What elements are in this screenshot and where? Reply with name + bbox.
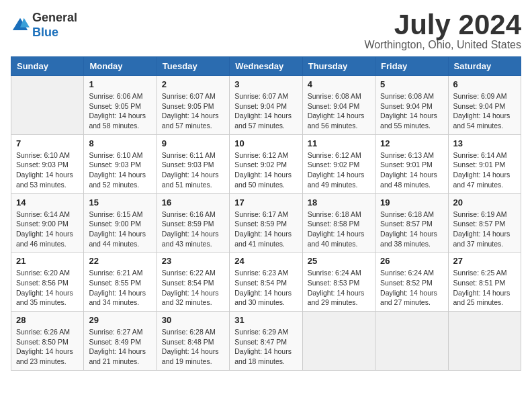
day-cell: 11Sunrise: 6:12 AMSunset: 9:02 PMDayligh… <box>302 134 375 193</box>
day-cell <box>302 312 375 371</box>
day-number: 17 <box>234 197 297 208</box>
day-number: 20 <box>453 197 516 208</box>
day-info: Sunrise: 6:21 AMSunset: 8:55 PMDaylight:… <box>89 268 151 308</box>
calendar-table: SundayMondayTuesdayWednesdayThursdayFrid… <box>11 56 521 371</box>
location-title: Worthington, Ohio, United States <box>364 39 521 51</box>
header-day-thursday: Thursday <box>302 57 375 76</box>
day-info: Sunrise: 6:26 AMSunset: 8:50 PMDaylight:… <box>16 327 79 367</box>
day-info: Sunrise: 6:10 AMSunset: 9:03 PMDaylight:… <box>89 150 151 190</box>
day-number: 27 <box>453 256 516 266</box>
day-cell <box>375 312 448 371</box>
day-info: Sunrise: 6:13 AMSunset: 9:01 PMDaylight:… <box>380 150 443 190</box>
day-info: Sunrise: 6:08 AMSunset: 9:04 PMDaylight:… <box>308 91 370 131</box>
day-info: Sunrise: 6:12 AMSunset: 9:02 PMDaylight:… <box>308 150 370 190</box>
week-row-1: 1Sunrise: 6:06 AMSunset: 9:05 PMDaylight… <box>11 76 521 135</box>
day-info: Sunrise: 6:14 AMSunset: 9:01 PMDaylight:… <box>453 150 516 190</box>
day-cell: 9Sunrise: 6:11 AMSunset: 9:03 PMDaylight… <box>157 134 229 193</box>
day-number: 25 <box>308 256 370 266</box>
day-cell: 29Sunrise: 6:27 AMSunset: 8:49 PMDayligh… <box>84 312 157 371</box>
header-day-friday: Friday <box>375 57 448 76</box>
day-number: 29 <box>89 315 151 325</box>
calendar-body: 1Sunrise: 6:06 AMSunset: 9:05 PMDaylight… <box>11 76 521 371</box>
day-number: 5 <box>380 79 443 89</box>
day-cell: 23Sunrise: 6:22 AMSunset: 8:54 PMDayligh… <box>157 253 229 312</box>
day-cell <box>11 76 84 135</box>
day-number: 31 <box>234 315 297 325</box>
day-number: 23 <box>162 256 224 266</box>
day-number: 30 <box>162 315 224 325</box>
day-number: 14 <box>16 197 79 208</box>
day-info: Sunrise: 6:07 AMSunset: 9:04 PMDaylight:… <box>234 91 297 131</box>
day-cell: 21Sunrise: 6:20 AMSunset: 8:56 PMDayligh… <box>11 253 84 312</box>
header-day-tuesday: Tuesday <box>157 57 229 76</box>
header-day-sunday: Sunday <box>11 57 84 76</box>
day-number: 16 <box>162 197 224 208</box>
day-number: 13 <box>453 138 516 148</box>
day-cell: 26Sunrise: 6:24 AMSunset: 8:52 PMDayligh… <box>375 253 448 312</box>
day-info: Sunrise: 6:27 AMSunset: 8:49 PMDaylight:… <box>89 327 151 367</box>
day-cell: 7Sunrise: 6:10 AMSunset: 9:03 PMDaylight… <box>11 134 84 193</box>
day-number: 12 <box>380 138 443 148</box>
day-info: Sunrise: 6:22 AMSunset: 8:54 PMDaylight:… <box>162 268 224 308</box>
day-info: Sunrise: 6:18 AMSunset: 8:58 PMDaylight:… <box>308 210 370 249</box>
week-row-2: 7Sunrise: 6:10 AMSunset: 9:03 PMDaylight… <box>11 134 521 193</box>
header-day-wednesday: Wednesday <box>230 57 302 76</box>
calendar-header: SundayMondayTuesdayWednesdayThursdayFrid… <box>11 57 521 76</box>
day-cell: 2Sunrise: 6:07 AMSunset: 9:05 PMDaylight… <box>157 76 229 135</box>
day-info: Sunrise: 6:16 AMSunset: 8:59 PMDaylight:… <box>162 210 224 249</box>
day-cell: 27Sunrise: 6:25 AMSunset: 8:51 PMDayligh… <box>448 253 521 312</box>
page-header: General Blue July 2024 Worthington, Ohio… <box>11 11 521 51</box>
day-info: Sunrise: 6:15 AMSunset: 9:00 PMDaylight:… <box>89 210 151 249</box>
day-number: 8 <box>89 138 151 148</box>
day-info: Sunrise: 6:11 AMSunset: 9:03 PMDaylight:… <box>162 150 224 190</box>
day-number: 22 <box>89 256 151 266</box>
month-title: July 2024 <box>364 11 521 39</box>
day-info: Sunrise: 6:07 AMSunset: 9:05 PMDaylight:… <box>162 91 224 131</box>
day-info: Sunrise: 6:06 AMSunset: 9:05 PMDaylight:… <box>89 91 151 131</box>
day-info: Sunrise: 6:23 AMSunset: 8:54 PMDaylight:… <box>234 268 297 308</box>
week-row-5: 28Sunrise: 6:26 AMSunset: 8:50 PMDayligh… <box>11 312 521 371</box>
day-number: 1 <box>89 79 151 89</box>
day-cell: 1Sunrise: 6:06 AMSunset: 9:05 PMDaylight… <box>84 76 157 135</box>
day-number: 2 <box>162 79 224 89</box>
day-cell: 19Sunrise: 6:18 AMSunset: 8:57 PMDayligh… <box>375 193 448 253</box>
day-info: Sunrise: 6:09 AMSunset: 9:04 PMDaylight:… <box>453 91 516 131</box>
day-cell: 20Sunrise: 6:19 AMSunset: 8:57 PMDayligh… <box>448 193 521 253</box>
day-info: Sunrise: 6:24 AMSunset: 8:52 PMDaylight:… <box>380 268 443 308</box>
day-info: Sunrise: 6:25 AMSunset: 8:51 PMDaylight:… <box>453 268 516 308</box>
day-number: 4 <box>308 79 370 89</box>
day-number: 19 <box>380 197 443 208</box>
week-row-3: 14Sunrise: 6:14 AMSunset: 9:00 PMDayligh… <box>11 193 521 253</box>
day-cell: 30Sunrise: 6:28 AMSunset: 8:48 PMDayligh… <box>157 312 229 371</box>
day-number: 26 <box>380 256 443 266</box>
day-cell: 14Sunrise: 6:14 AMSunset: 9:00 PMDayligh… <box>11 193 84 253</box>
day-cell: 3Sunrise: 6:07 AMSunset: 9:04 PMDaylight… <box>230 76 302 135</box>
day-info: Sunrise: 6:24 AMSunset: 8:53 PMDaylight:… <box>308 268 370 308</box>
day-number: 10 <box>234 138 297 148</box>
day-cell: 15Sunrise: 6:15 AMSunset: 9:00 PMDayligh… <box>84 193 157 253</box>
day-number: 18 <box>308 197 370 208</box>
day-cell: 10Sunrise: 6:12 AMSunset: 9:02 PMDayligh… <box>230 134 302 193</box>
day-info: Sunrise: 6:18 AMSunset: 8:57 PMDaylight:… <box>380 210 443 249</box>
day-cell: 31Sunrise: 6:29 AMSunset: 8:47 PMDayligh… <box>230 312 302 371</box>
header-row: SundayMondayTuesdayWednesdayThursdayFrid… <box>11 57 521 76</box>
day-number: 6 <box>453 79 516 89</box>
logo-general-text: General <box>32 11 77 24</box>
day-cell: 12Sunrise: 6:13 AMSunset: 9:01 PMDayligh… <box>375 134 448 193</box>
day-cell: 17Sunrise: 6:17 AMSunset: 8:59 PMDayligh… <box>230 193 302 253</box>
day-info: Sunrise: 6:29 AMSunset: 8:47 PMDaylight:… <box>234 327 297 367</box>
day-number: 3 <box>234 79 297 89</box>
day-number: 7 <box>16 138 79 148</box>
day-cell: 4Sunrise: 6:08 AMSunset: 9:04 PMDaylight… <box>302 76 375 135</box>
day-number: 28 <box>16 315 79 325</box>
day-info: Sunrise: 6:10 AMSunset: 9:03 PMDaylight:… <box>16 150 79 190</box>
day-cell: 22Sunrise: 6:21 AMSunset: 8:55 PMDayligh… <box>84 253 157 312</box>
day-cell: 5Sunrise: 6:08 AMSunset: 9:04 PMDaylight… <box>375 76 448 135</box>
day-info: Sunrise: 6:20 AMSunset: 8:56 PMDaylight:… <box>16 268 79 308</box>
day-number: 9 <box>162 138 224 148</box>
day-info: Sunrise: 6:14 AMSunset: 9:00 PMDaylight:… <box>16 210 79 249</box>
day-cell: 25Sunrise: 6:24 AMSunset: 8:53 PMDayligh… <box>302 253 375 312</box>
day-info: Sunrise: 6:28 AMSunset: 8:48 PMDaylight:… <box>162 327 224 367</box>
logo-blue-text: Blue <box>32 26 58 39</box>
header-day-monday: Monday <box>84 57 157 76</box>
